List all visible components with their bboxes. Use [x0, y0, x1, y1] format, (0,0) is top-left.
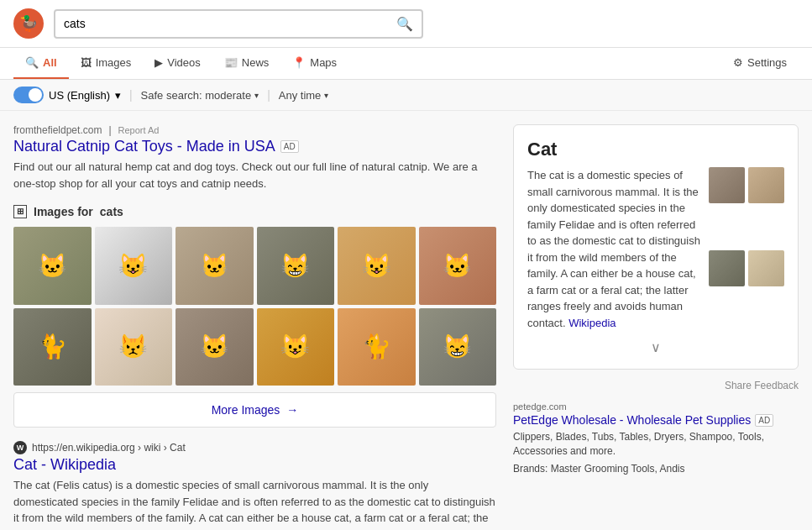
ad-title-line: Natural Catnip Cat Toys - Made in USA AD — [13, 138, 496, 159]
kc-image-3[interactable] — [709, 250, 745, 286]
toggle-thumb — [29, 88, 42, 102]
left-column: fromthefieldpet.com | Report Ad Natural … — [13, 124, 496, 530]
videos-icon: ▶ — [155, 56, 163, 69]
cat-image-2[interactable]: 😺 — [95, 227, 173, 305]
knowledge-card-expand[interactable]: ∨ — [527, 339, 784, 355]
main-content: fromthefieldpet.com | Report Ad Natural … — [0, 111, 812, 530]
kc-image-4[interactable] — [748, 250, 784, 286]
settings-tab[interactable]: ⚙ Settings — [721, 48, 799, 79]
cat-image-1[interactable]: 🐱 — [13, 227, 92, 305]
news-icon: 📰 — [224, 56, 238, 69]
filter-sep-1: | — [129, 88, 133, 102]
right-ad-source: petedge.com — [513, 401, 799, 412]
filter-sep-2: | — [267, 88, 270, 102]
cat-image-4[interactable]: 😸 — [257, 227, 335, 305]
settings-icon: ⚙ — [733, 56, 743, 69]
knowledge-card-title: Cat — [527, 139, 784, 160]
search-icon: 🔍 — [396, 17, 413, 31]
right-ad-desc: Clippers, Blades, Tubs, Tables, Dryers, … — [513, 430, 799, 459]
images-header: ⊞ Images for cats — [13, 205, 496, 218]
cat-image-6[interactable]: 🐱 — [419, 227, 497, 305]
ad-source-line: fromthefieldpet.com | Report Ad — [13, 124, 496, 136]
kc-image-1[interactable] — [709, 167, 745, 203]
tab-news-label: News — [242, 56, 270, 69]
share-feedback-link[interactable]: Share Feedback — [513, 380, 799, 391]
cat-image-10[interactable]: 😺 — [257, 308, 335, 386]
images-grid: 🐱 😺 🐱 😸 — [13, 227, 496, 386]
knowledge-card-images — [709, 167, 784, 331]
images-header-prefix: Images for — [34, 205, 93, 218]
wiki-title-text: Cat - Wikipedia — [13, 456, 116, 473]
right-ad-brands: Brands: Master Grooming Tools, Andis — [513, 462, 799, 476]
cat-image-8[interactable]: 😾 — [95, 308, 173, 386]
tab-images[interactable]: 🖼 Images — [69, 48, 144, 79]
region-label: US (English) — [49, 89, 110, 102]
maps-icon: 📍 — [292, 56, 306, 69]
tab-all[interactable]: 🔍 All — [13, 48, 69, 79]
cat-image-5[interactable]: 😺 — [338, 227, 416, 305]
ad-title-text: Natural Catnip Cat Toys - Made in USA — [13, 138, 275, 155]
knowledge-card-body-text: The cat is a domestic species of small c… — [527, 169, 700, 329]
wiki-source-line: W https://en.wikipedia.org › wiki › Cat — [13, 441, 496, 454]
search-input[interactable] — [64, 17, 396, 30]
ad-description: Find out our all natural hemp cat and do… — [13, 159, 496, 192]
wiki-result: W https://en.wikipedia.org › wiki › Cat … — [13, 441, 496, 530]
cat-image-12[interactable]: 😸 — [419, 308, 497, 386]
tab-videos-label: Videos — [167, 56, 201, 69]
ad-domain: fromthefieldpet.com — [13, 124, 102, 136]
right-ad-title-text: PetEdge Wholesale - Wholesale Pet Suppli… — [513, 413, 751, 427]
cat-image-11[interactable]: 🐈 — [338, 308, 416, 386]
search-bar: 🔍 — [54, 9, 423, 39]
cat-image-7[interactable]: 🐈 — [13, 308, 92, 386]
all-icon: 🔍 — [25, 56, 39, 69]
ad-badge: AD — [280, 140, 299, 153]
more-images-label: More Images — [212, 403, 280, 417]
header: 🦆 🔍 — [0, 0, 812, 48]
knowledge-card-wiki-link[interactable]: Wikipedia — [568, 317, 616, 329]
safe-search-filter[interactable]: Safe search: moderate — [141, 89, 259, 102]
ad-separator: | — [108, 124, 111, 136]
cat-image-3[interactable]: 🐱 — [175, 227, 254, 305]
cat-image-9[interactable]: 🐱 — [175, 308, 254, 386]
ad-result: fromthefieldpet.com | Report Ad Natural … — [13, 124, 496, 192]
tab-maps-label: Maps — [310, 56, 337, 69]
wiki-result-title-link[interactable]: Cat - Wikipedia — [13, 456, 496, 474]
ad-title-link[interactable]: Natural Catnip Cat Toys - Made in USA AD — [13, 138, 299, 155]
nav-tabs: 🔍 All 🖼 Images ▶ Videos 📰 News 📍 Maps ⚙ … — [0, 48, 812, 80]
search-submit-button[interactable]: 🔍 — [396, 16, 413, 32]
settings-label: Settings — [747, 56, 787, 69]
report-ad-link[interactable]: Report Ad — [118, 125, 160, 135]
images-icon: 🖼 — [81, 56, 92, 69]
duckduckgo-logo: 🦆 — [13, 8, 44, 39]
wiki-result-description: The cat (Felis catus) is a domestic spec… — [13, 477, 496, 530]
arrow-right-icon: → — [286, 403, 298, 417]
knowledge-card-content: The cat is a domestic species of small c… — [527, 167, 784, 331]
tab-all-label: All — [43, 56, 57, 69]
tab-maps[interactable]: 📍 Maps — [280, 48, 348, 79]
knowledge-card: Cat The cat is a domestic species of sma… — [513, 124, 799, 370]
filters-bar: US (English) | Safe search: moderate | A… — [0, 80, 812, 111]
expand-chevron-icon: ∨ — [651, 340, 661, 354]
right-ad: petedge.com PetEdge Wholesale - Wholesal… — [513, 401, 799, 475]
region-toggle[interactable]: US (English) — [13, 87, 121, 103]
tab-videos[interactable]: ▶ Videos — [143, 48, 212, 79]
right-column: Cat The cat is a domestic species of sma… — [513, 124, 799, 530]
more-images-button[interactable]: More Images → — [13, 392, 496, 428]
toggle-track — [13, 87, 44, 103]
kc-image-2[interactable] — [748, 167, 784, 203]
wikipedia-icon: W — [13, 441, 27, 454]
images-section: ⊞ Images for cats 🐱 😺 🐱 — [13, 205, 496, 428]
time-chevron — [324, 91, 328, 100]
region-chevron — [115, 89, 121, 102]
time-filter[interactable]: Any time — [279, 89, 329, 102]
right-ad-title-link[interactable]: PetEdge Wholesale - Wholesale Pet Suppli… — [513, 413, 799, 427]
safe-search-chevron — [254, 91, 259, 100]
images-grid-icon: ⊞ — [13, 205, 27, 218]
wiki-url: https://en.wikipedia.org › wiki › Cat — [32, 442, 186, 454]
knowledge-card-text: The cat is a domestic species of small c… — [527, 167, 700, 331]
tab-news[interactable]: 📰 News — [212, 48, 281, 79]
safe-search-label: Safe search: moderate — [141, 89, 252, 102]
images-header-keyword: cats — [100, 205, 123, 218]
tab-images-label: Images — [96, 56, 132, 69]
time-label: Any time — [279, 89, 322, 102]
